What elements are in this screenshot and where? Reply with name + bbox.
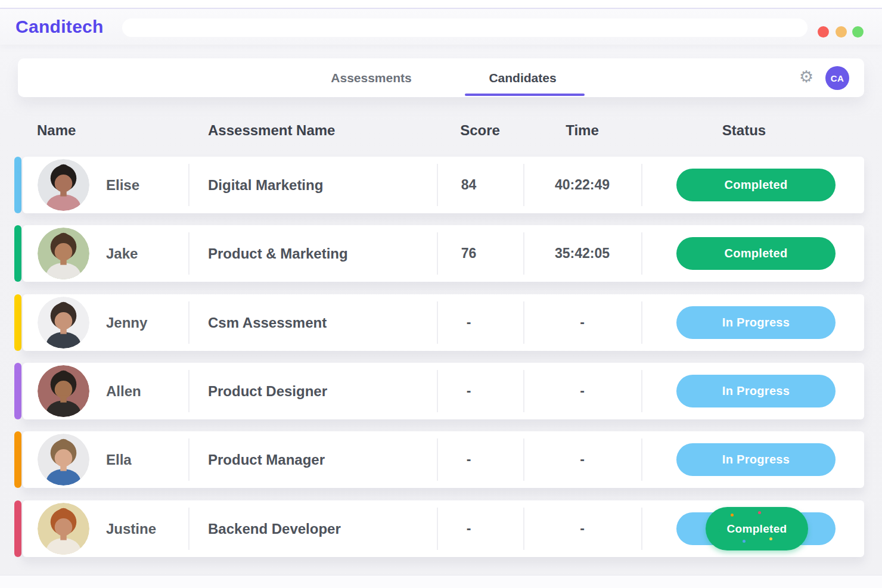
status-cell: Completed <box>641 157 864 213</box>
row-accent-bar <box>14 431 21 488</box>
candidate-row-card[interactable]: Elise Digital Marketing 84 40:22:49 Comp… <box>23 157 864 213</box>
window-minimize-dot[interactable] <box>836 26 847 38</box>
status-badge: In Progress <box>676 443 836 476</box>
candidate-row-card[interactable]: Justine Backend Developer - - Completed <box>23 500 864 557</box>
time-value: 35:42:05 <box>523 225 641 282</box>
status-badge: In Progress <box>676 306 836 339</box>
tab-candidates[interactable]: Candidates <box>448 58 597 97</box>
row-accent-bar <box>14 500 21 557</box>
settings-gear-icon[interactable]: ⚙ <box>796 58 816 97</box>
status-cell: In Progress <box>641 294 864 351</box>
assessment-name: Backend Developer <box>208 500 341 557</box>
table-row: Justine Backend Developer - - Completed <box>0 500 882 557</box>
row-accent-bar <box>14 225 21 282</box>
candidate-photo-avatar <box>38 503 89 555</box>
candidate-row-card[interactable]: Jenny Csm Assessment - - In Progress <box>23 294 864 351</box>
status-cell: In Progress <box>641 363 864 419</box>
window-titlebar: Canditech <box>0 8 882 45</box>
status-cell: Completed <box>641 500 864 557</box>
candidate-name: Jake <box>106 225 138 282</box>
time-value: - <box>523 500 641 557</box>
assessment-name: Product Designer <box>208 363 327 419</box>
table-row: Jake Product & Marketing 76 35:42:05 Com… <box>0 225 882 282</box>
table-row: Allen Product Designer - - In Progress <box>0 363 882 419</box>
assessment-name: Digital Marketing <box>208 157 323 213</box>
confetti-dot <box>718 529 720 532</box>
canditech-logo: Canditech <box>15 17 104 37</box>
column-header-score: Score <box>437 122 523 139</box>
score-value: - <box>414 431 523 488</box>
column-divider <box>188 232 190 275</box>
status-badge: Completed <box>706 507 808 550</box>
confetti-dot <box>743 540 746 543</box>
column-header-assessment-name: Assessment Name <box>208 122 335 139</box>
address-bar[interactable] <box>122 18 808 37</box>
candidate-name: Allen <box>106 363 141 419</box>
column-divider <box>188 370 190 412</box>
status-cell: Completed <box>641 225 864 282</box>
row-accent-bar <box>14 294 21 351</box>
status-badge: In Progress <box>676 375 836 407</box>
column-header-status: Status <box>641 122 847 139</box>
time-value: - <box>523 363 641 419</box>
tab-bar: Assessments Candidates ⚙ CA <box>18 58 864 97</box>
window-maximize-dot[interactable] <box>852 26 864 38</box>
candidate-row-card[interactable]: Jake Product & Marketing 76 35:42:05 Com… <box>23 225 864 282</box>
candidate-photo-avatar <box>38 365 89 417</box>
table-row: Jenny Csm Assessment - - In Progress <box>0 294 882 351</box>
tab-assessments[interactable]: Assessments <box>297 58 446 97</box>
assessment-name: Product & Marketing <box>208 225 348 282</box>
candidate-name: Ella <box>106 431 132 488</box>
candidate-name: Elise <box>106 157 139 213</box>
time-value: - <box>523 294 641 351</box>
candidate-row-card[interactable]: Allen Product Designer - - In Progress <box>23 363 864 419</box>
candidate-photo-avatar <box>38 434 89 486</box>
column-divider <box>188 164 190 206</box>
score-value: - <box>414 500 523 557</box>
column-divider <box>188 508 190 550</box>
row-accent-bar <box>14 157 21 213</box>
confetti-dot <box>758 511 761 514</box>
score-value: 84 <box>414 157 523 213</box>
assessment-name: Csm Assessment <box>208 294 327 351</box>
column-header-name: Name <box>37 122 76 139</box>
status-badge: Completed <box>676 237 836 270</box>
user-avatar[interactable]: CA <box>825 66 849 90</box>
column-header-time: Time <box>523 122 641 139</box>
column-divider <box>188 438 190 481</box>
candidate-photo-avatar <box>38 159 89 211</box>
confetti-dot <box>731 514 734 517</box>
score-value: - <box>414 294 523 351</box>
window-close-dot[interactable] <box>818 26 829 38</box>
candidate-name: Justine <box>106 500 156 557</box>
time-value: 40:22:49 <box>523 157 641 213</box>
candidate-row-card[interactable]: Ella Product Manager - - In Progress <box>23 431 864 488</box>
score-value: 76 <box>414 225 523 282</box>
table-row: Ella Product Manager - - In Progress <box>0 431 882 488</box>
candidate-name: Jenny <box>106 294 147 351</box>
table-row: Elise Digital Marketing 84 40:22:49 Comp… <box>0 157 882 213</box>
column-divider <box>188 301 190 344</box>
row-accent-bar <box>14 363 21 419</box>
candidate-photo-avatar <box>38 297 89 349</box>
candidate-photo-avatar <box>38 228 89 279</box>
bottom-divider <box>0 575 882 588</box>
status-badge: Completed <box>676 169 836 201</box>
time-value: - <box>523 431 641 488</box>
score-value: - <box>414 363 523 419</box>
confetti-dot <box>769 537 772 540</box>
status-cell: In Progress <box>641 431 864 488</box>
active-tab-underline <box>465 94 585 96</box>
assessment-name: Product Manager <box>208 431 325 488</box>
